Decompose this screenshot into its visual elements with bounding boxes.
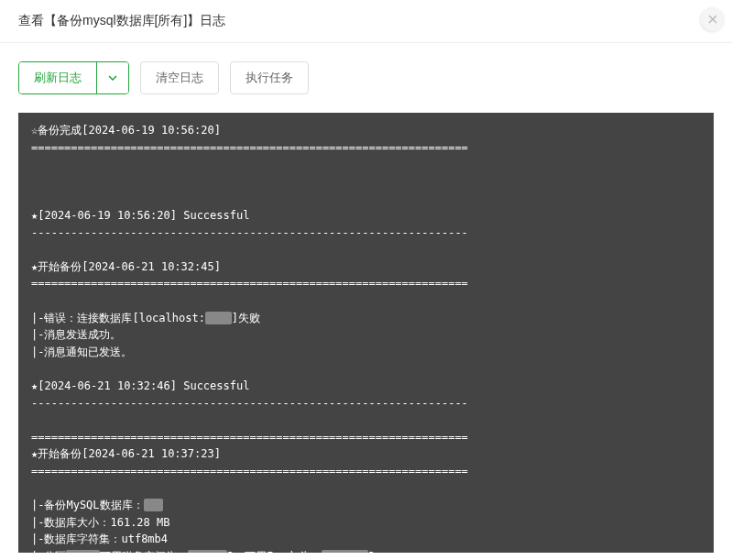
log-line: ☆备份完成[2024-06-19 10:56:20]	[31, 124, 221, 137]
refresh-dropdown-button[interactable]	[97, 62, 128, 93]
dialog-title: 查看【备份mysql数据库[所有]】日志	[18, 13, 225, 27]
log-line: ★[2024-06-21 10:32:46] Successful	[31, 379, 249, 392]
log-separator: ----------------------------------------…	[31, 226, 468, 239]
log-separator: ========================================…	[31, 465, 468, 478]
log-line: |-备份MySQL数据库：XXX	[31, 499, 163, 511]
chevron-down-icon	[108, 75, 117, 81]
log-separator: ========================================…	[31, 431, 468, 444]
log-line: ★开始备份[2024-06-21 10:37:23]	[31, 447, 221, 460]
close-icon	[708, 15, 717, 24]
dialog-header: 查看【备份mysql数据库[所有]】日志	[0, 0, 732, 43]
log-line-error: |-错误：连接数据库[localhost:XXXX]失败	[31, 312, 260, 324]
execute-task-button[interactable]: 执行任务	[230, 61, 309, 94]
log-separator: ========================================…	[31, 141, 468, 154]
clear-log-button[interactable]: 清空日志	[140, 61, 219, 94]
log-line: |-数据库大小：161.28 MB	[31, 516, 169, 529]
log-line: |-数据库字符集：utf8mb4	[31, 533, 168, 545]
log-separator: ========================================…	[31, 277, 468, 290]
log-separator: ----------------------------------------…	[31, 397, 468, 410]
close-button[interactable]	[701, 7, 725, 31]
log-line: |-消息发送成功。	[31, 328, 121, 341]
toolbar: 刷新日志 清空日志 执行任务	[0, 43, 732, 113]
log-line: |-消息通知已发送。	[31, 346, 132, 358]
refresh-button-group: 刷新日志	[18, 61, 129, 94]
log-output[interactable]: ☆备份完成[2024-06-19 10:56:20] =============…	[18, 113, 714, 553]
log-line: |-分区XXXXX可用磁盘空间为：XXXXXX3，可用Inode为：XXXXXX…	[31, 550, 375, 553]
log-line: ★[2024-06-19 10:56:20] Successful	[31, 209, 249, 222]
log-line: ★开始备份[2024-06-21 10:32:45]	[31, 260, 221, 273]
refresh-log-button[interactable]: 刷新日志	[19, 62, 97, 93]
